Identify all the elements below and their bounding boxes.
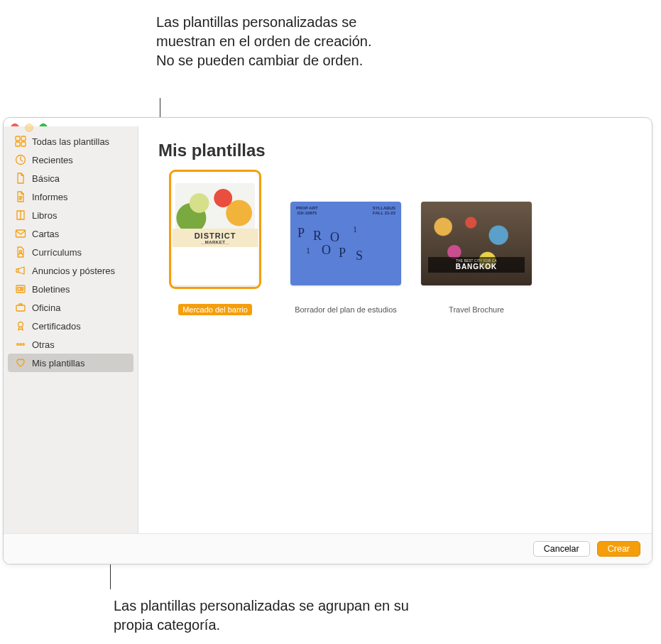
- sidebar-item-label: Mis plantillas: [32, 358, 84, 369]
- envelope-icon: [15, 228, 26, 239]
- thumb-title: DISTRICT: [195, 231, 236, 240]
- template-label: Borrador del plan de estudios: [290, 304, 401, 315]
- sidebar-item-anuncios-y-p-steres[interactable]: Anuncios y pósteres: [8, 261, 133, 280]
- sidebar-item-boletines[interactable]: Boletines: [8, 280, 133, 298]
- sidebar-item-label: Cartas: [32, 229, 59, 239]
- callout-bottom: Las plantillas personalizadas se agrupan…: [114, 596, 433, 635]
- template-thumbnail: THE BEST CITY FOR CABANGKOK: [421, 202, 532, 285]
- sidebar-item-label: Básica: [32, 173, 60, 184]
- svg-point-12: [23, 344, 25, 346]
- template-card[interactable]: PROP ARTGD-10875 SYLLABUSFALL 21-22 P R …: [289, 202, 403, 315]
- book-icon: [15, 209, 26, 221]
- sidebar-item-label: Libros: [32, 210, 57, 221]
- person-doc-icon: [15, 246, 26, 258]
- svg-point-9: [18, 322, 23, 327]
- sidebar-item-cartas[interactable]: Cartas: [8, 224, 133, 243]
- svg-point-10: [17, 344, 19, 346]
- sidebar-item-label: Otras: [32, 339, 55, 350]
- svg-rect-2: [16, 142, 20, 146]
- briefcase-icon: [15, 302, 26, 313]
- sidebar-item-label: Recientes: [32, 155, 73, 165]
- ribbon-icon: [15, 320, 26, 332]
- titlebar: [4, 118, 652, 126]
- template-thumbnail: DISTRICTMARKET––––––––––––: [173, 173, 258, 285]
- content-area: Mis plantillas DISTRICTMARKET–––––––––––…: [138, 126, 652, 533]
- page-title: Mis plantillas: [158, 141, 632, 160]
- heart-icon: [15, 357, 26, 369]
- sidebar-item-todas-las-plantillas[interactable]: Todas las plantillas: [8, 132, 133, 151]
- sidebar-item-label: Currículums: [32, 247, 82, 258]
- svg-rect-0: [16, 136, 20, 141]
- ellipsis-icon: [15, 339, 26, 350]
- svg-point-6: [19, 250, 21, 252]
- sidebar-item-informes[interactable]: Informes: [8, 187, 133, 206]
- template-card[interactable]: THE BEST CITY FOR CABANGKOKTravel Brochu…: [420, 202, 533, 315]
- news-icon: [15, 283, 26, 295]
- template-label: Travel Brochure: [444, 304, 508, 315]
- minimize-window-button[interactable]: [25, 124, 33, 132]
- sidebar-item-mis-plantillas[interactable]: Mis plantillas: [8, 354, 133, 372]
- template-thumbnail: PROP ARTGD-10875 SYLLABUSFALL 21-22 P R …: [290, 202, 401, 285]
- svg-rect-8: [16, 305, 25, 311]
- sidebar-item-label: Certificados: [32, 321, 81, 332]
- sidebar-item-b-sica[interactable]: Básica: [8, 169, 133, 187]
- template-grid: DISTRICTMARKET––––––––––––Mercado del ba…: [158, 173, 632, 315]
- sidebar-item-label: Oficina: [32, 302, 60, 313]
- svg-rect-3: [21, 142, 26, 146]
- svg-rect-1: [21, 136, 26, 141]
- sidebar-item-label: Todas las plantillas: [32, 136, 109, 147]
- sidebar-item-curr-culums[interactable]: Currículums: [8, 243, 133, 261]
- sidebar-item-recientes[interactable]: Recientes: [8, 151, 133, 169]
- sidebar-item-label: Boletines: [32, 284, 70, 295]
- svg-point-11: [20, 344, 22, 346]
- footer: Cancelar Crear: [4, 533, 652, 564]
- sidebar-item-label: Informes: [32, 192, 68, 202]
- sidebar-item-libros[interactable]: Libros: [8, 206, 133, 224]
- sidebar-item-certificados[interactable]: Certificados: [8, 317, 133, 335]
- megaphone-icon: [15, 265, 26, 276]
- sidebar: Todas las plantillasRecientesBásicaInfor…: [4, 126, 138, 533]
- sidebar-item-label: Anuncios y pósteres: [32, 266, 115, 276]
- doc-text-icon: [15, 191, 26, 202]
- callout-top: Las plantillas personalizadas se muestra…: [156, 13, 383, 70]
- template-card[interactable]: DISTRICTMARKET––––––––––––Mercado del ba…: [158, 173, 272, 315]
- template-label: Mercado del barrio: [178, 304, 252, 315]
- cancel-button[interactable]: Cancelar: [533, 541, 590, 557]
- svg-rect-5: [16, 230, 26, 237]
- doc-icon: [15, 173, 26, 184]
- grid-icon: [15, 136, 26, 147]
- sidebar-item-otras[interactable]: Otras: [8, 335, 133, 354]
- create-button[interactable]: Crear: [597, 541, 640, 557]
- template-chooser-window: Todas las plantillasRecientesBásicaInfor…: [3, 117, 652, 564]
- clock-icon: [15, 154, 26, 165]
- sidebar-item-oficina[interactable]: Oficina: [8, 298, 133, 317]
